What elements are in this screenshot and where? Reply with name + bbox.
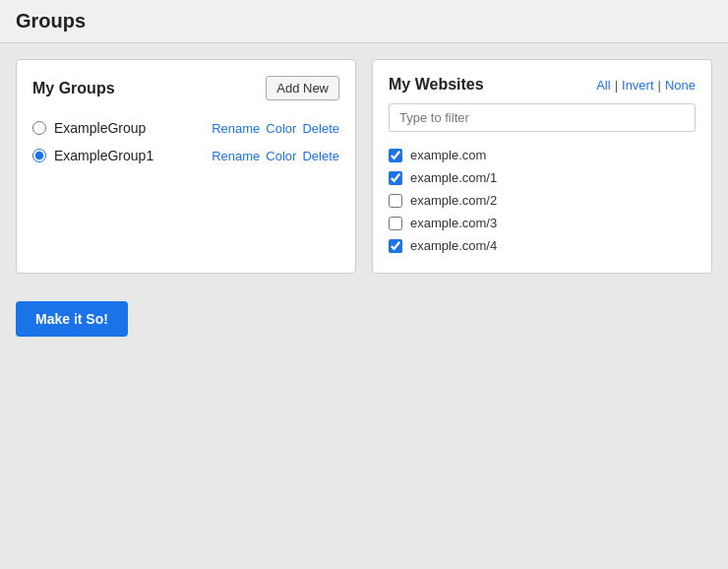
website-filter-links: All | Invert | None [596,78,696,93]
invert-link[interactable]: Invert [622,78,654,93]
group-actions: RenameColorDelete [212,149,339,163]
group-color-link[interactable]: Color [266,121,296,136]
right-panel: My Websites All | Invert | None example.… [372,59,712,274]
website-checkbox[interactable] [389,217,402,230]
website-label: example.com [410,148,486,162]
group-actions: RenameColorDelete [212,121,339,136]
group-name: ExampleGroup [54,120,204,136]
website-checkbox[interactable] [389,171,402,185]
website-label: example.com/1 [410,170,497,185]
group-name: ExampleGroup1 [54,148,204,163]
website-label: example.com/3 [410,216,497,230]
group-color-link[interactable]: Color [266,149,296,163]
website-item: example.com/4 [389,234,696,257]
website-list: example.comexample.com/1example.com/2exa… [389,144,696,257]
website-item: example.com [389,144,696,166]
website-label: example.com/2 [410,193,497,208]
website-checkbox[interactable] [389,194,402,208]
group-delete-link[interactable]: Delete [302,121,339,136]
group-list: ExampleGroupRenameColorDeleteExampleGrou… [32,114,339,169]
left-panel: My Groups Add New ExampleGroupRenameColo… [16,59,356,274]
none-link[interactable]: None [665,78,696,93]
page-title: Groups [16,10,712,32]
group-rename-link[interactable]: Rename [212,149,260,163]
group-radio[interactable] [32,121,46,135]
make-it-so-button[interactable]: Make it So! [16,301,128,337]
group-rename-link[interactable]: Rename [212,121,260,136]
website-item: example.com/1 [389,166,696,189]
group-delete-link[interactable]: Delete [302,149,339,163]
add-new-button[interactable]: Add New [266,76,339,100]
footer: Make it So! [0,289,728,348]
filter-input[interactable] [389,103,696,132]
right-panel-title: My Websites [389,76,484,94]
website-checkbox[interactable] [389,149,402,162]
website-checkbox[interactable] [389,239,402,253]
page-header: Groups [0,0,728,43]
website-item: example.com/3 [389,212,696,234]
left-panel-title: My Groups [32,80,115,97]
website-label: example.com/4 [410,238,497,253]
website-item: example.com/2 [389,189,696,212]
all-link[interactable]: All [596,78,610,93]
group-item: ExampleGroupRenameColorDelete [32,114,339,142]
group-radio[interactable] [32,149,46,162]
group-item: ExampleGroup1RenameColorDelete [32,142,339,169]
